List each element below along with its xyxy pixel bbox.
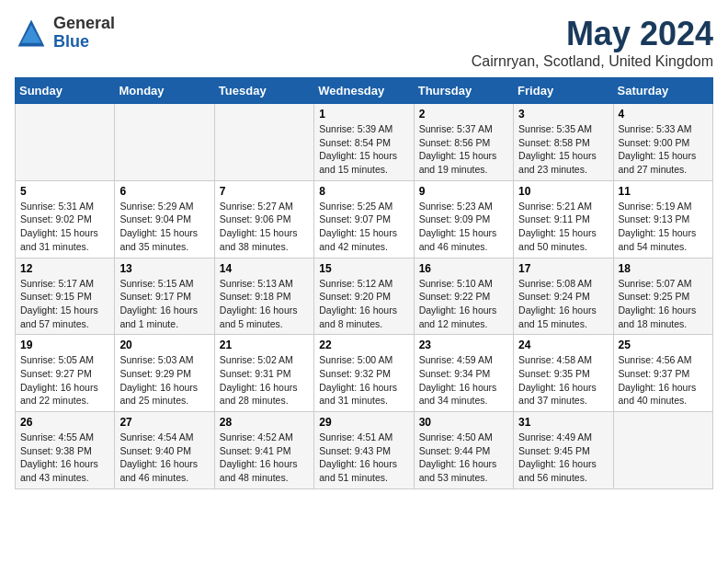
- day-number: 30: [419, 416, 508, 429]
- day-number: 4: [619, 108, 708, 121]
- table-row: 28Sunrise: 4:52 AMSunset: 9:41 PMDayligh…: [214, 412, 313, 489]
- col-wednesday: Wednesday: [314, 78, 414, 104]
- day-number: 24: [518, 339, 608, 351]
- day-info: Sunrise: 5:02 AMSunset: 9:31 PMDaylight:…: [220, 353, 309, 408]
- table-row: 22Sunrise: 5:00 AMSunset: 9:32 PMDayligh…: [314, 335, 414, 412]
- table-row: [613, 412, 712, 489]
- day-info: Sunrise: 4:55 AMSunset: 9:38 PMDaylight:…: [20, 431, 109, 485]
- title-area: May 2024 Cairnryan, Scotland, United Kin…: [472, 15, 713, 70]
- day-info: Sunrise: 5:21 AMSunset: 9:11 PMDaylight:…: [518, 200, 608, 254]
- col-monday: Monday: [115, 78, 214, 104]
- day-info: Sunrise: 5:23 AMSunset: 9:09 PMDaylight:…: [419, 200, 508, 254]
- day-number: 10: [518, 185, 608, 198]
- day-number: 2: [419, 108, 508, 121]
- table-row: 17Sunrise: 5:08 AMSunset: 9:24 PMDayligh…: [514, 258, 613, 335]
- table-row: 18Sunrise: 5:07 AMSunset: 9:25 PMDayligh…: [613, 258, 712, 335]
- day-info: Sunrise: 5:29 AMSunset: 9:04 PMDaylight:…: [119, 200, 209, 254]
- table-row: 10Sunrise: 5:21 AMSunset: 9:11 PMDayligh…: [514, 180, 613, 258]
- day-info: Sunrise: 5:10 AMSunset: 9:22 PMDaylight:…: [419, 277, 508, 331]
- table-row: [214, 104, 313, 181]
- day-number: 13: [119, 262, 209, 275]
- day-number: 25: [619, 339, 708, 351]
- day-info: Sunrise: 5:13 AMSunset: 9:18 PMDaylight:…: [220, 277, 309, 331]
- main-title: May 2024: [472, 15, 713, 53]
- table-row: 31Sunrise: 4:49 AMSunset: 9:45 PMDayligh…: [514, 412, 613, 489]
- day-info: Sunrise: 5:12 AMSunset: 9:20 PMDaylight:…: [319, 277, 408, 331]
- calendar-week-row: 19Sunrise: 5:05 AMSunset: 9:27 PMDayligh…: [16, 335, 713, 412]
- day-number: 6: [119, 185, 209, 198]
- day-info: Sunrise: 4:58 AMSunset: 9:35 PMDaylight:…: [518, 353, 608, 408]
- col-thursday: Thursday: [414, 78, 513, 104]
- logo-text: General Blue: [53, 15, 115, 52]
- day-info: Sunrise: 4:52 AMSunset: 9:41 PMDaylight:…: [220, 431, 309, 485]
- day-info: Sunrise: 5:27 AMSunset: 9:06 PMDaylight:…: [220, 200, 309, 254]
- day-number: 7: [220, 185, 309, 198]
- day-number: 21: [220, 339, 309, 351]
- day-number: 29: [319, 416, 408, 429]
- day-number: 5: [20, 185, 109, 198]
- table-row: 23Sunrise: 4:59 AMSunset: 9:34 PMDayligh…: [414, 335, 513, 412]
- day-number: 16: [419, 262, 508, 275]
- day-number: 1: [319, 108, 408, 121]
- logo-general-text: General: [53, 15, 115, 33]
- day-info: Sunrise: 4:59 AMSunset: 9:34 PMDaylight:…: [419, 353, 508, 408]
- day-info: Sunrise: 5:35 AMSunset: 8:58 PMDaylight:…: [518, 122, 608, 177]
- table-row: 11Sunrise: 5:19 AMSunset: 9:13 PMDayligh…: [613, 180, 712, 258]
- day-info: Sunrise: 4:49 AMSunset: 9:45 PMDaylight:…: [518, 431, 608, 485]
- day-info: Sunrise: 4:54 AMSunset: 9:40 PMDaylight:…: [119, 431, 209, 485]
- day-info: Sunrise: 5:31 AMSunset: 9:02 PMDaylight:…: [20, 200, 109, 254]
- table-row: 6Sunrise: 5:29 AMSunset: 9:04 PMDaylight…: [115, 180, 214, 258]
- calendar-week-row: 5Sunrise: 5:31 AMSunset: 9:02 PMDaylight…: [16, 180, 713, 258]
- table-row: 25Sunrise: 4:56 AMSunset: 9:37 PMDayligh…: [613, 335, 712, 412]
- day-number: 12: [20, 262, 109, 275]
- day-info: Sunrise: 5:07 AMSunset: 9:25 PMDaylight:…: [619, 277, 708, 331]
- table-row: 1Sunrise: 5:39 AMSunset: 8:54 PMDaylight…: [314, 104, 414, 181]
- day-info: Sunrise: 4:50 AMSunset: 9:44 PMDaylight:…: [419, 431, 508, 485]
- day-number: 27: [119, 416, 209, 429]
- table-row: [115, 104, 214, 181]
- day-info: Sunrise: 5:19 AMSunset: 9:13 PMDaylight:…: [619, 200, 708, 254]
- table-row: 14Sunrise: 5:13 AMSunset: 9:18 PMDayligh…: [214, 258, 313, 335]
- day-number: 22: [319, 339, 408, 351]
- table-row: 5Sunrise: 5:31 AMSunset: 9:02 PMDaylight…: [16, 180, 115, 258]
- table-row: 21Sunrise: 5:02 AMSunset: 9:31 PMDayligh…: [214, 335, 313, 412]
- table-row: 19Sunrise: 5:05 AMSunset: 9:27 PMDayligh…: [16, 335, 115, 412]
- day-number: 18: [619, 262, 708, 275]
- table-row: [16, 104, 115, 181]
- table-row: 20Sunrise: 5:03 AMSunset: 9:29 PMDayligh…: [115, 335, 214, 412]
- calendar-week-row: 1Sunrise: 5:39 AMSunset: 8:54 PMDaylight…: [16, 104, 713, 181]
- col-saturday: Saturday: [613, 78, 712, 104]
- day-number: 11: [619, 185, 708, 198]
- logo: General Blue: [15, 15, 115, 52]
- day-number: 19: [20, 339, 109, 351]
- table-row: 4Sunrise: 5:33 AMSunset: 9:00 PMDaylight…: [613, 104, 712, 181]
- table-row: 8Sunrise: 5:25 AMSunset: 9:07 PMDaylight…: [314, 180, 414, 258]
- day-number: 14: [220, 262, 309, 275]
- day-info: Sunrise: 5:00 AMSunset: 9:32 PMDaylight:…: [319, 353, 408, 408]
- day-info: Sunrise: 5:37 AMSunset: 8:56 PMDaylight:…: [419, 122, 508, 177]
- subtitle: Cairnryan, Scotland, United Kingdom: [472, 53, 713, 70]
- day-info: Sunrise: 4:51 AMSunset: 9:43 PMDaylight:…: [319, 431, 408, 485]
- day-info: Sunrise: 5:05 AMSunset: 9:27 PMDaylight:…: [20, 353, 109, 408]
- table-row: 12Sunrise: 5:17 AMSunset: 9:15 PMDayligh…: [16, 258, 115, 335]
- table-row: 26Sunrise: 4:55 AMSunset: 9:38 PMDayligh…: [16, 412, 115, 489]
- col-sunday: Sunday: [16, 78, 115, 104]
- table-row: 15Sunrise: 5:12 AMSunset: 9:20 PMDayligh…: [314, 258, 414, 335]
- calendar-week-row: 26Sunrise: 4:55 AMSunset: 9:38 PMDayligh…: [16, 412, 713, 489]
- logo-blue-text: Blue: [53, 33, 115, 52]
- col-friday: Friday: [514, 78, 613, 104]
- logo-icon: [15, 17, 48, 50]
- table-row: 29Sunrise: 4:51 AMSunset: 9:43 PMDayligh…: [314, 412, 414, 489]
- day-number: 3: [518, 108, 608, 121]
- day-info: Sunrise: 5:33 AMSunset: 9:00 PMDaylight:…: [619, 122, 708, 177]
- calendar-week-row: 12Sunrise: 5:17 AMSunset: 9:15 PMDayligh…: [16, 258, 713, 335]
- table-row: 3Sunrise: 5:35 AMSunset: 8:58 PMDaylight…: [514, 104, 613, 181]
- day-number: 31: [518, 416, 608, 429]
- table-row: 9Sunrise: 5:23 AMSunset: 9:09 PMDaylight…: [414, 180, 513, 258]
- page-header: General Blue May 2024 Cairnryan, Scotlan…: [15, 15, 713, 70]
- calendar-table: Sunday Monday Tuesday Wednesday Thursday…: [15, 77, 713, 489]
- day-info: Sunrise: 5:08 AMSunset: 9:24 PMDaylight:…: [518, 277, 608, 331]
- calendar-header-row: Sunday Monday Tuesday Wednesday Thursday…: [16, 78, 713, 104]
- day-number: 20: [119, 339, 209, 351]
- day-number: 23: [419, 339, 508, 351]
